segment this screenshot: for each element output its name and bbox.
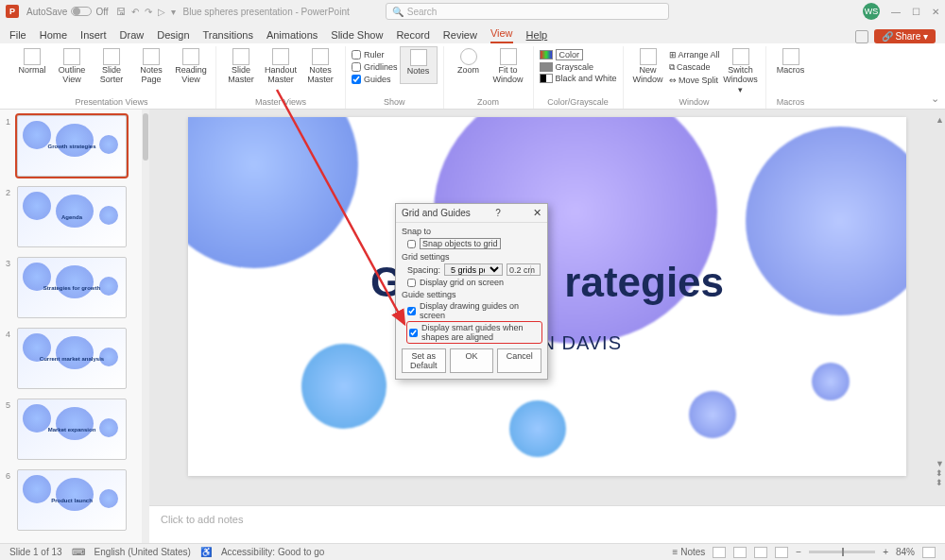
tab-transitions[interactable]: Transitions [203, 29, 253, 43]
start-show-icon[interactable]: ▷ [158, 7, 165, 17]
macros-button[interactable]: Macros [772, 46, 810, 77]
notes-toggle[interactable]: ≡ Notes [673, 547, 706, 557]
tab-review[interactable]: Review [443, 29, 477, 43]
thumbnail-2[interactable]: 2 Agenda [6, 186, 144, 247]
zoom-level[interactable]: 84% [896, 547, 915, 557]
tab-file[interactable]: File [9, 29, 26, 43]
thumbnails-scrollbar[interactable] [143, 113, 148, 161]
grid-guides-dialog: Grid and Guides ? ✕ Snap to Snap objects… [395, 203, 548, 380]
search-input[interactable]: 🔍 Search [386, 3, 669, 20]
tab-slideshow[interactable]: Slide Show [331, 29, 383, 43]
accessibility-status[interactable]: Accessibility: Good to go [221, 547, 325, 557]
tab-view[interactable]: View [490, 27, 513, 43]
tab-animations[interactable]: Animations [266, 29, 318, 43]
smart-guides-checkbox[interactable]: Display smart guides when shapes are ali… [407, 322, 541, 343]
ruler-checkbox[interactable]: Ruler [352, 50, 398, 59]
switch-windows-button[interactable]: Switch Windows▾ [722, 46, 760, 97]
grayscale-button[interactable]: Grayscale [540, 62, 617, 72]
lang-icon: ⌨ [72, 547, 85, 557]
guides-checkbox[interactable]: Guides [352, 75, 398, 84]
zoom-out-icon[interactable]: − [796, 547, 801, 557]
spacing-value[interactable]: 0.2 cm [507, 263, 541, 276]
fit-window-button[interactable]: Fit to Window [490, 46, 527, 87]
slide-sorter-button[interactable]: Slide Sorter [93, 46, 130, 87]
zoom-in-icon[interactable]: + [883, 547, 888, 557]
normal-view-icon[interactable] [713, 547, 726, 558]
collapse-ribbon-icon[interactable]: ⌄ [931, 93, 939, 105]
zoom-slider[interactable] [809, 551, 875, 553]
user-avatar[interactable]: WS [863, 3, 880, 20]
cancel-button[interactable]: Cancel [497, 348, 541, 373]
maximize-icon[interactable]: ☐ [912, 7, 920, 17]
sorter-view-icon[interactable] [733, 547, 747, 558]
ribbon: Normal Outline View Slide Sorter Notes P… [0, 43, 945, 110]
snap-objects-checkbox[interactable]: Snap objects to grid [407, 238, 541, 249]
ribbon-tabs: File Home Insert Draw Design Transitions… [0, 23, 945, 43]
display-grid-checkbox[interactable]: Display grid on screen [407, 278, 541, 287]
tab-insert[interactable]: Insert [80, 29, 107, 43]
search-icon: 🔍 [392, 7, 404, 17]
handout-master-button[interactable]: Handout Master [262, 46, 300, 87]
redo-icon[interactable]: ↷ [145, 7, 152, 17]
bw-button[interactable]: Black and White [540, 74, 617, 83]
minimize-icon[interactable]: — [891, 7, 901, 17]
quick-access[interactable]: 🖫 ↶ ↷ ▷ ▾ [116, 7, 176, 17]
tab-home[interactable]: Home [40, 29, 67, 43]
thumbnail-6[interactable]: 6 Product launch [6, 469, 144, 531]
gridlines-checkbox[interactable]: Gridlines [352, 62, 398, 72]
cascade-button[interactable]: ⧉ Cascade [669, 62, 720, 73]
dialog-close-icon[interactable]: ✕ [533, 207, 541, 219]
powerpoint-icon: P [6, 5, 19, 18]
thumbnail-5[interactable]: 5 Market expansion [6, 399, 144, 460]
notes-button[interactable]: Notes [400, 46, 438, 84]
notes-page-button[interactable]: Notes Page [132, 46, 170, 87]
notes-master-button[interactable]: Notes Master [301, 46, 339, 87]
share-button[interactable]: 🔗 Share ▾ [874, 29, 936, 43]
slide-counter[interactable]: Slide 1 of 13 [9, 547, 62, 557]
status-bar: Slide 1 of 13 ⌨ English (United States) … [0, 543, 945, 560]
set-default-button[interactable]: Set as Default [402, 348, 446, 373]
slide-master-button[interactable]: Slide Master [222, 46, 260, 87]
slide-thumbnails: 1 Growth strategies2 Agenda3 Strategies … [0, 110, 149, 543]
fit-icon[interactable] [922, 547, 936, 558]
normal-view-button[interactable]: Normal [13, 46, 51, 87]
color-button[interactable]: Color [540, 49, 617, 60]
vertical-scrollbar[interactable]: ▲ ▼ ⬍ ⬍ [936, 115, 943, 487]
save-icon[interactable]: 🖫 [116, 7, 126, 17]
tab-help[interactable]: Help [526, 29, 548, 43]
document-name: Blue spheres presentation - PowerPoint [183, 7, 350, 17]
thumbnail-3[interactable]: 3 Strategies for growth [6, 257, 144, 318]
spacing-select[interactable]: 5 grids per cm [444, 263, 503, 276]
reading-view-button[interactable]: Reading View [172, 46, 210, 87]
ok-button[interactable]: OK [450, 348, 494, 373]
undo-icon[interactable]: ↶ [131, 7, 139, 17]
notes-pane[interactable]: Click to add notes [149, 505, 945, 543]
reading-view-icon[interactable] [754, 547, 767, 558]
tab-design[interactable]: Design [157, 29, 189, 43]
arrange-all-button[interactable]: ⊞ Arrange All [669, 50, 720, 59]
slideshow-view-icon[interactable] [775, 547, 788, 558]
tab-draw[interactable]: Draw [120, 29, 145, 43]
comments-icon[interactable] [855, 30, 868, 43]
close-icon[interactable]: ✕ [932, 7, 939, 17]
zoom-button[interactable]: Zoom [450, 46, 488, 87]
dialog-help-icon[interactable]: ? [495, 208, 501, 218]
new-window-button[interactable]: New Window [629, 46, 667, 97]
move-split-button[interactable]: ⇔ Move Split [669, 76, 720, 85]
language[interactable]: English (United States) [94, 547, 191, 557]
thumbnail-1[interactable]: 1 Growth strategies [6, 115, 144, 177]
outline-view-button[interactable]: Outline View [53, 46, 91, 87]
title-bar: P AutoSave Off 🖫 ↶ ↷ ▷ ▾ Blue spheres pr… [0, 0, 945, 23]
autosave-toggle[interactable]: AutoSave Off [26, 7, 109, 17]
thumbnail-4[interactable]: 4 Current market analysis [6, 328, 144, 389]
accessibility-icon: ♿ [200, 547, 212, 557]
tab-record[interactable]: Record [396, 29, 429, 43]
drawing-guides-checkbox[interactable]: Display drawing guides on screen [407, 301, 541, 320]
dialog-title: Grid and Guides [402, 208, 471, 218]
